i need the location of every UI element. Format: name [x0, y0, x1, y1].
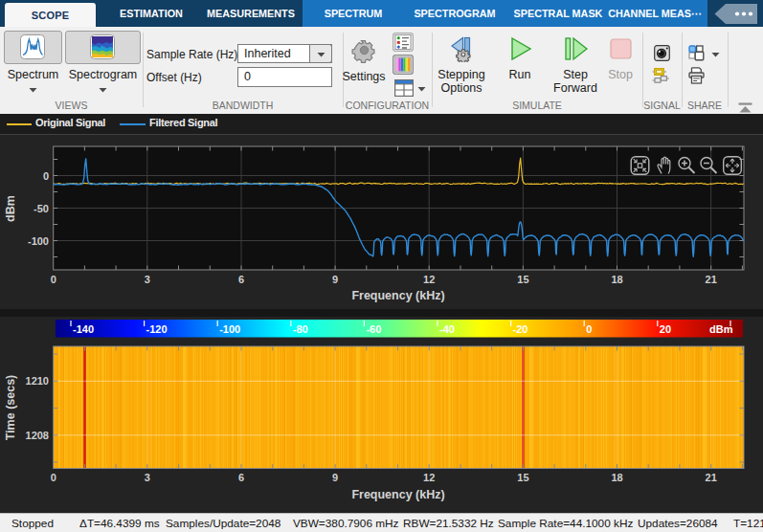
svg-text:21: 21 — [706, 472, 717, 483]
svg-text:12: 12 — [423, 472, 435, 483]
svg-text:3: 3 — [145, 472, 150, 483]
svg-text:18: 18 — [611, 274, 622, 285]
svg-text:Frequency (kHz): Frequency (kHz) — [351, 289, 444, 302]
svg-text:-140: -140 — [73, 323, 94, 335]
svg-text:dBm: dBm — [709, 323, 733, 335]
svg-text:-120: -120 — [146, 323, 168, 335]
svg-text:18: 18 — [611, 472, 622, 483]
svg-text:20: 20 — [660, 323, 671, 335]
svg-text:0: 0 — [51, 274, 56, 285]
svg-text:0: 0 — [586, 323, 592, 335]
svg-text:15: 15 — [517, 274, 528, 285]
svg-text:6: 6 — [238, 274, 244, 285]
svg-text:12: 12 — [423, 274, 435, 285]
svg-text:0: 0 — [43, 170, 49, 182]
svg-text:6: 6 — [238, 472, 244, 483]
svg-text:0: 0 — [51, 472, 56, 483]
svg-text:-100: -100 — [219, 323, 240, 335]
svg-text:21: 21 — [706, 274, 717, 285]
svg-text:1210: 1210 — [26, 375, 49, 387]
svg-text:9: 9 — [332, 274, 338, 285]
svg-text:dBm: dBm — [4, 195, 17, 222]
svg-text:Frequency (kHz): Frequency (kHz) — [351, 488, 444, 501]
svg-text:-40: -40 — [439, 323, 455, 335]
svg-text:3: 3 — [145, 274, 150, 285]
svg-text:-20: -20 — [513, 323, 528, 335]
svg-text:15: 15 — [517, 472, 528, 483]
svg-text:-60: -60 — [366, 323, 381, 335]
svg-text:Time (secs): Time (secs) — [4, 375, 17, 441]
svg-text:1208: 1208 — [26, 430, 49, 441]
svg-text:-50: -50 — [34, 203, 49, 214]
svg-text:9: 9 — [332, 472, 338, 483]
svg-text:-80: -80 — [293, 323, 308, 335]
svg-text:-100: -100 — [28, 235, 49, 247]
